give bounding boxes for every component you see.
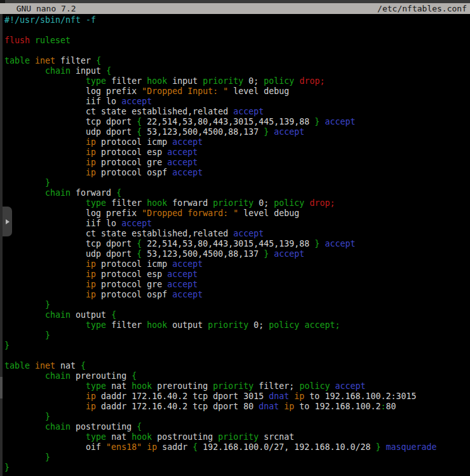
terminal-screen: { "header": { "app_title": " GNU nano 7.…: [0, 0, 470, 476]
code-token: 0;: [248, 320, 269, 330]
code-token: hook: [131, 432, 152, 442]
code-token: filter: [106, 76, 147, 86]
code-token: hook: [147, 320, 167, 330]
code-token: accept: [167, 269, 198, 279]
code-token: accept: [167, 147, 198, 157]
code-token: masquerade: [386, 442, 436, 452]
code-line: }: [4, 463, 437, 473]
code-token: "Dropped Input: ": [142, 86, 228, 96]
code-line: type nat hook postrouting priority srcna…: [4, 432, 437, 442]
code-token: accept: [325, 239, 355, 248]
code-token: accept: [167, 280, 198, 289]
code-token: {: [137, 249, 142, 259]
code-token: log prefix: [4, 208, 142, 218]
code-line: log prefix "Dropped Input: " level debug: [4, 86, 437, 97]
code-token: }: [45, 300, 50, 309]
code-token: accept: [172, 137, 203, 147]
code-token: accept: [121, 219, 152, 228]
scrollbar-thumb[interactable]: [0, 377, 3, 398]
code-token: saddr: [157, 442, 192, 452]
code-token: chain: [45, 188, 70, 198]
editor-content[interactable]: #!/usr/sbin/nft -f flush ruleset table i…: [4, 15, 437, 473]
code-token: output: [167, 320, 208, 330]
code-token: log prefix: [4, 86, 142, 96]
code-token: type: [86, 381, 106, 391]
code-token: udp dport: [4, 249, 137, 259]
code-token: protocol ospf: [96, 168, 172, 177]
code-token: [4, 158, 86, 167]
code-token: 0;: [243, 76, 264, 86]
code-token: {: [106, 66, 111, 76]
code-token: [4, 320, 86, 330]
code-token: protocol esp: [96, 269, 167, 279]
code-token: hook: [147, 198, 167, 208]
code-token: filter: [55, 56, 96, 65]
code-token: ip: [86, 290, 96, 299]
code-token: ip: [284, 402, 294, 411]
code-token: [4, 422, 45, 432]
code-token: ip: [294, 391, 304, 401]
code-token: postrouting: [152, 432, 218, 442]
code-token: {: [137, 127, 142, 137]
code-token: 80: [386, 402, 396, 411]
code-token: flush: [4, 36, 30, 45]
code-token: priority: [203, 76, 243, 86]
code-token: [4, 412, 45, 421]
code-line: ip protocol gre accept: [4, 158, 437, 168]
code-line: flush ruleset: [4, 36, 437, 46]
code-token: level debug: [228, 86, 289, 96]
code-token: input: [167, 76, 203, 86]
code-token: [4, 452, 45, 462]
code-token: accept: [172, 168, 203, 177]
code-token: hook: [131, 381, 152, 391]
code-line: type filter hook input priority 0; polic…: [4, 76, 437, 86]
code-line: ip protocol icmp accept: [4, 137, 437, 147]
code-token: type: [86, 76, 106, 86]
code-token: accept;: [304, 320, 340, 330]
code-token: ip: [86, 391, 96, 401]
code-token: accept: [167, 158, 198, 167]
code-line: chain forward {: [4, 188, 437, 198]
code-line: iif lo accept: [4, 219, 437, 229]
code-token: iif lo: [4, 97, 121, 106]
code-token: ip: [86, 280, 96, 289]
code-token: [4, 432, 86, 442]
code-token: [4, 330, 45, 340]
code-token: udp dport: [4, 127, 137, 137]
code-token: prerouting: [152, 381, 213, 391]
code-token: policy: [274, 198, 304, 208]
code-line: oif "ens18" ip saddr { 192.168.100.0/27,…: [4, 442, 437, 452]
code-token: [30, 361, 35, 371]
code-token: [4, 147, 86, 157]
code-line: chain input {: [4, 66, 437, 76]
code-token: {: [81, 361, 86, 371]
code-token: }: [45, 330, 50, 340]
code-token: to 192.168.100.2:3015: [304, 391, 416, 401]
code-token: tcp dport: [4, 239, 137, 248]
code-token: {: [111, 310, 116, 320]
code-token: priority: [208, 320, 248, 330]
app-title: GNU nano 7.2: [6, 4, 76, 13]
code-token: ip: [86, 402, 96, 411]
code-token: protocol icmp: [96, 137, 172, 147]
left-edge-strip: [0, 14, 3, 476]
code-token: type: [86, 198, 106, 208]
code-token: ip: [86, 168, 96, 177]
code-line: iif lo accept: [4, 97, 437, 107]
code-token: policy: [264, 76, 294, 86]
code-token: #!/usr/sbin/nft -f: [4, 15, 96, 25]
code-line: ip protocol esp accept: [4, 147, 437, 158]
code-line: ip protocol gre accept: [4, 280, 437, 290]
code-token: chain: [45, 66, 70, 76]
code-token: drop;: [299, 76, 325, 86]
code-token: {: [137, 117, 142, 126]
code-token: [142, 442, 147, 452]
code-line: }: [4, 452, 437, 463]
code-line: ip protocol esp accept: [4, 269, 437, 280]
code-token: filter: [106, 320, 147, 330]
code-token: [4, 137, 86, 147]
code-token: ct state established,related: [4, 229, 233, 238]
code-line: [4, 46, 437, 56]
code-token: nat: [106, 432, 131, 442]
code-line: type filter hook forward priority 0; pol…: [4, 198, 437, 208]
